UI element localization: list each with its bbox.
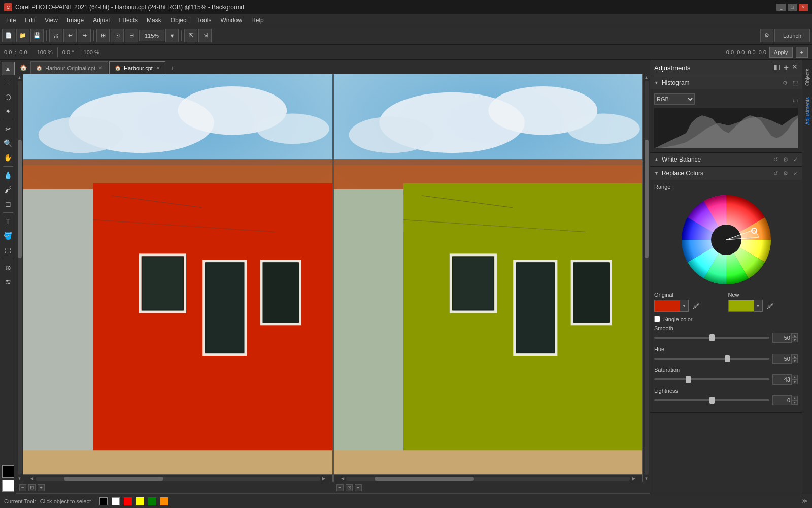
maximize-button[interactable]: □ [788, 4, 797, 11]
zoom-out-right[interactable]: − [336, 484, 344, 491]
lightness-slider[interactable] [654, 399, 769, 401]
open-button[interactable]: 📁 [16, 29, 29, 42]
eraser-tool[interactable]: ◻ [2, 197, 15, 210]
status-color-4[interactable] [160, 497, 168, 505]
status-fg-color[interactable] [99, 497, 108, 505]
new-color-picker[interactable]: ▼ [728, 300, 763, 312]
fit2-button[interactable]: ⊟ [125, 29, 138, 42]
menu-adjust[interactable]: Adjust [89, 16, 114, 25]
tab-original-close[interactable]: ✕ [98, 65, 103, 71]
replace-colors-header[interactable]: ▼ Replace Colors ↺ ⚙ ✓ [650, 167, 802, 180]
menu-tools[interactable]: Tools [193, 16, 215, 25]
h-scroll-right[interactable]: ◀ ▶ [334, 474, 643, 482]
undo-button[interactable]: ↩ [63, 29, 77, 42]
zoom-tool[interactable]: 🔍 [2, 137, 15, 150]
single-color-checkbox[interactable] [654, 316, 660, 322]
text-tool[interactable]: T [2, 215, 15, 228]
menu-view[interactable]: View [41, 16, 62, 25]
original-eyedropper-icon[interactable]: 🖉 [693, 302, 700, 310]
close-adjustments-button[interactable]: ✕ [792, 62, 798, 73]
new-dropdown-arrow[interactable]: ▼ [754, 300, 762, 311]
pan-tool[interactable]: ✋ [2, 151, 15, 164]
color-wheel-svg[interactable] [681, 194, 772, 285]
h-scroll-right-track[interactable] [346, 477, 631, 481]
lasso-tool[interactable]: ⬡ [2, 90, 15, 104]
eyedropper-tool[interactable]: 💧 [2, 169, 15, 182]
select-tool[interactable]: ▲ [2, 62, 15, 75]
redo-button[interactable]: ↪ [78, 29, 91, 42]
hue-slider[interactable] [654, 358, 769, 360]
smooth-value-input[interactable] [772, 333, 792, 343]
h-scroll-left-arrow[interactable]: ◀ [30, 476, 33, 481]
foreground-color[interactable] [2, 465, 14, 478]
close-button[interactable]: × [799, 4, 808, 11]
zoom-fit-left[interactable]: ⊡ [28, 484, 36, 491]
import-button[interactable]: ⇲ [198, 29, 212, 42]
v-scroll-right[interactable]: ▲ ▼ [642, 74, 650, 482]
lightness-value-input[interactable] [772, 395, 792, 405]
adjustments-panel-tab[interactable]: Adjustments [803, 93, 812, 129]
histogram-options-icon[interactable]: ⬚ [793, 96, 798, 103]
clone-tool[interactable]: ⊕ [2, 261, 15, 274]
launch-button[interactable]: Launch [774, 29, 810, 42]
menu-edit[interactable]: Edit [21, 16, 40, 25]
fill-tool[interactable]: 🪣 [2, 229, 15, 242]
zoom-out-left[interactable]: − [19, 484, 26, 491]
status-color-1[interactable] [124, 497, 132, 505]
rectangle-tool[interactable]: □ [2, 76, 15, 89]
status-color-3[interactable] [148, 497, 156, 505]
rc-reset-icon[interactable]: ↺ [773, 170, 778, 177]
zoom-fit-right[interactable]: ⊡ [346, 484, 353, 491]
saturation-value-input[interactable] [772, 374, 792, 385]
tab-harbour[interactable]: 🏠 Harbour.cpt ✕ [109, 61, 165, 74]
h-scroll-left[interactable]: ◀ ▶ [23, 474, 332, 482]
new-color-swatch[interactable] [729, 300, 754, 311]
objects-panel-tab[interactable]: Objects [803, 62, 812, 92]
status-expand-icon[interactable]: ≫ [802, 498, 808, 504]
status-color-2[interactable] [136, 497, 144, 505]
tab-add-button[interactable]: + [166, 62, 178, 74]
zoom-dropdown[interactable]: ▼ [165, 29, 179, 42]
new-eyedropper-icon[interactable]: 🖉 [767, 302, 774, 310]
settings-button[interactable]: ⚙ [760, 29, 773, 42]
zoom-input[interactable] [139, 30, 164, 41]
left-canvas-area[interactable] [23, 74, 332, 474]
menu-image[interactable]: Image [63, 16, 88, 25]
saturation-spin-up[interactable]: ▲ [792, 375, 798, 379]
original-color-swatch[interactable] [655, 300, 680, 311]
saturation-spin-down[interactable]: ▼ [792, 379, 798, 384]
menu-object[interactable]: Object [166, 16, 192, 25]
wb-reset-icon[interactable]: ↺ [773, 156, 778, 163]
hue-value-input[interactable] [772, 354, 792, 364]
magic-wand-tool[interactable]: ✦ [2, 105, 15, 118]
apply-button[interactable]: Apply [769, 47, 793, 58]
zoom-in-right[interactable]: + [355, 484, 362, 491]
add-adjustment-button[interactable]: + [783, 62, 789, 73]
print-button[interactable]: 🖨 [49, 29, 62, 42]
hue-spin-down[interactable]: ▼ [792, 359, 798, 363]
save-button[interactable]: 💾 [30, 29, 44, 42]
tab-home-icon[interactable]: 🏠 [16, 61, 30, 74]
smooth-spin-up[interactable]: ▲ [792, 333, 798, 338]
fit-button[interactable]: ⊡ [111, 29, 124, 42]
menu-mask[interactable]: Mask [143, 16, 165, 25]
h-scroll-left-arrow-r[interactable]: ▶ [322, 476, 325, 481]
smear-tool[interactable]: ≋ [2, 275, 15, 289]
histogram-settings-icon[interactable]: ⚙ [783, 80, 788, 86]
zoom-in-left[interactable]: + [38, 484, 45, 491]
white-balance-header[interactable]: ▲ White Balance ↺ ⚙ ✓ [650, 153, 802, 166]
gradient-tool[interactable]: ⬚ [2, 243, 15, 257]
tab-original[interactable]: 🏠 Harbour-Original.cpt ✕ [30, 61, 108, 74]
menu-help[interactable]: Help [247, 16, 268, 25]
h-scroll-right-arrow-r[interactable]: ▶ [632, 476, 635, 481]
transform-button[interactable]: ⊞ [96, 29, 110, 42]
histogram-header[interactable]: ▼ Histogram ⚙ ⬚ [650, 76, 802, 89]
lightness-spin-up[interactable]: ▲ [792, 396, 798, 400]
histogram-expand-icon[interactable]: ⬚ [793, 80, 798, 86]
rc-check-icon[interactable]: ✓ [793, 170, 798, 177]
right-canvas-area[interactable] [334, 74, 643, 474]
menu-effects[interactable]: Effects [115, 16, 142, 25]
lightness-spin-down[interactable]: ▼ [792, 400, 798, 405]
tab-harbour-close[interactable]: ✕ [156, 65, 160, 71]
wb-check-icon[interactable]: ✓ [793, 156, 798, 163]
